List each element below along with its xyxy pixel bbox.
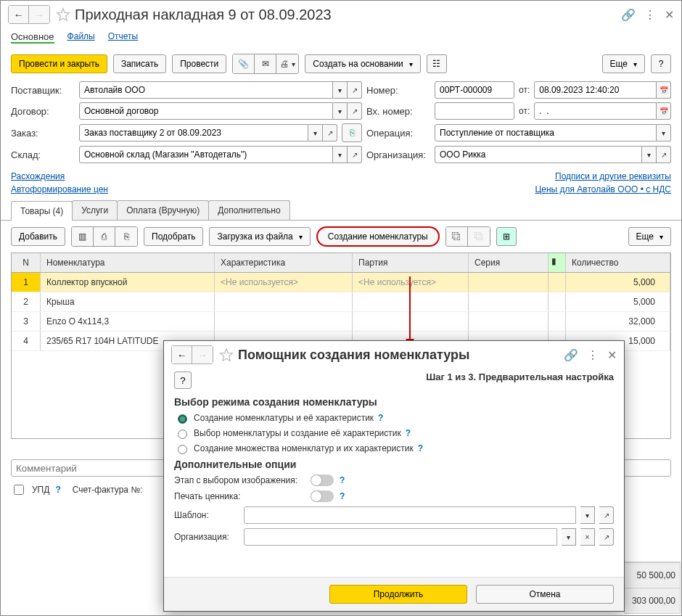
table-row[interactable]: 3 Enzo O 4x114,3 32,000 [12,312,670,332]
dropdown-icon[interactable]: ▾ [657,124,671,141]
image-step-toggle[interactable] [311,475,334,486]
col-nomenclature[interactable]: Номенклатура [41,253,215,272]
clip-icon[interactable]: 📎 [233,54,255,73]
number-input[interactable] [435,81,514,99]
template-input[interactable] [244,506,576,524]
supplier-input[interactable] [79,81,333,99]
forward-button[interactable]: → [29,6,49,23]
add-row-button[interactable]: Добавить [11,227,65,246]
order-input[interactable] [79,124,308,141]
favorite-star-icon[interactable] [56,7,70,22]
calc-icon[interactable]: ⊞ [496,227,517,246]
open-icon[interactable]: ↗ [348,102,362,120]
back-button[interactable]: ← [9,6,29,23]
in-number-input[interactable] [435,102,514,120]
col-characteristic[interactable]: Характеристика [215,253,353,272]
modal-link-icon[interactable]: 🔗 [564,348,578,362]
dropdown-icon[interactable]: ▾ [333,146,348,163]
modal-dots-icon[interactable]: ⋮ [587,348,599,362]
tab-main[interactable]: Основное [11,31,54,44]
mail-icon[interactable]: ✉ [255,54,276,73]
contract-input[interactable] [79,102,333,120]
more-button[interactable]: Еще [602,54,645,73]
dropdown-icon[interactable]: ▾ [642,146,657,163]
operation-input[interactable] [435,124,657,141]
dropdown-icon[interactable]: ▾ [308,124,323,141]
structure-icon[interactable]: ☷ [427,54,447,73]
based-on-button[interactable]: Создать на основании [305,54,421,73]
discrepancies-link[interactable]: Расхождения [11,171,65,181]
tab-reports[interactable]: Отчеты [108,31,138,44]
tab-files[interactable]: Файлы [67,31,95,44]
upd-checkbox[interactable] [14,485,24,495]
signatures-link[interactable]: Подписи и другие реквизиты [555,171,671,181]
open-icon[interactable]: ↗ [657,146,671,163]
tab-additional[interactable]: Дополнительно [208,200,289,220]
create-nomenclature-button[interactable]: Создание номенклатуры [316,226,440,247]
radio-select-nom[interactable]: Выбор номенклатуры и создание её характе… [174,427,614,439]
help-icon[interactable]: ? [378,413,383,423]
col-batch[interactable]: Партия [353,253,469,272]
org-input[interactable] [435,146,642,163]
print-tag-toggle[interactable] [311,490,334,502]
barcode-icon[interactable]: ▥ [72,227,94,246]
print-icon[interactable]: 🖨 [276,54,298,73]
modal-star-icon[interactable] [219,348,234,362]
tab-goods[interactable]: Товары (4) [11,201,73,221]
prices-link[interactable]: Цены для Автолайв ООО • с НДС [535,184,671,194]
calendar-icon[interactable]: 📅 [657,81,671,99]
post-button[interactable]: Провести [172,54,226,73]
close-icon[interactable]: ✕ [665,8,674,22]
fill-from-order-icon[interactable]: ⎘ [342,123,362,142]
copy-icon[interactable]: ⿻ [446,227,468,246]
calendar-icon[interactable]: 📅 [657,102,671,120]
dropdown-icon[interactable]: ▾ [562,528,576,546]
help-icon[interactable]: ? [418,443,423,453]
help-button[interactable]: ? [651,54,671,73]
save-button[interactable]: Записать [113,54,166,73]
modal-close-icon[interactable]: ✕ [607,348,617,362]
cancel-button[interactable]: Отмена [476,585,614,604]
help-icon[interactable]: ? [340,475,345,485]
col-series[interactable]: Серия [469,253,549,272]
load-file-button[interactable]: Загрузка из файла [209,227,310,246]
paste-icon[interactable]: ⿻ [468,227,490,246]
col-quantity[interactable]: Количество [566,253,670,272]
modal-help-button[interactable]: ? [174,371,192,389]
clear-icon[interactable]: × [580,528,595,546]
open-icon[interactable]: ↗ [323,124,337,141]
pick-button[interactable]: Подобрать [144,227,203,246]
upd-help-icon[interactable]: ? [55,485,60,495]
continue-button[interactable]: Продолжить [329,585,467,604]
open-icon[interactable]: ↗ [348,146,362,163]
dropdown-icon[interactable]: ▾ [333,81,348,99]
radio-multi-nom[interactable]: Создание множества номенклатур и их хара… [174,443,614,454]
post-and-close-button[interactable]: Провести и закрыть [11,54,107,73]
col-n[interactable]: N [12,253,41,272]
modal-forward-button[interactable]: → [192,346,213,364]
table-row[interactable]: 1 Коллектор впускной <Не используется> <… [12,273,670,292]
tab-payment[interactable]: Оплата (Вручную) [117,200,209,220]
scan-icon[interactable]: ⎙ [94,227,115,246]
more-grid-button[interactable]: Еще [628,227,671,246]
table-row[interactable]: 2 Крыша 5,000 [12,292,670,312]
help-icon[interactable]: ? [406,428,411,438]
menu-dots-icon[interactable]: ⋮ [644,8,656,22]
help-icon[interactable]: ? [340,491,345,501]
date-input[interactable] [534,81,657,99]
modal-back-button[interactable]: ← [172,346,192,364]
link-icon[interactable]: 🔗 [621,8,636,22]
warehouse-input[interactable] [79,146,333,163]
tab-services[interactable]: Услуги [72,200,118,220]
radio-create-nom[interactable]: Создание номенклатуры и её характеристик… [174,412,614,424]
in-date-input[interactable] [534,102,657,120]
scan2-icon[interactable]: ⎘ [115,227,137,246]
dropdown-icon[interactable]: ▾ [333,102,348,120]
contract-label: Договор: [11,106,75,117]
open-icon[interactable]: ↗ [348,81,362,99]
open-icon[interactable]: ↗ [599,506,614,524]
dropdown-icon[interactable]: ▾ [580,506,595,524]
open-icon[interactable]: ↗ [599,528,614,546]
modal-org-input[interactable] [244,528,557,546]
autoprice-link[interactable]: Автоформирование цен [11,184,108,194]
